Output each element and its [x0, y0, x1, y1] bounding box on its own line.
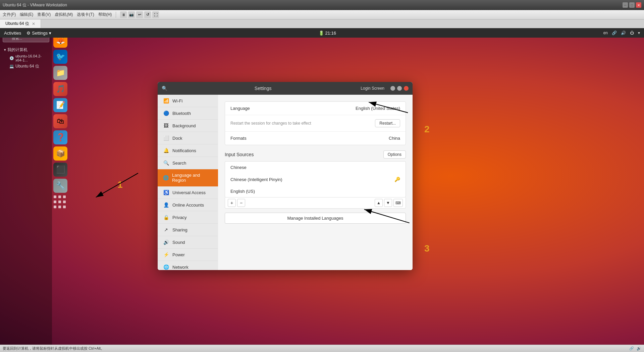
- grid-dot: [58, 195, 61, 198]
- sidebar-item-sharing[interactable]: ↗ Sharing: [158, 224, 218, 236]
- keyboard-layout-button[interactable]: ⌨: [393, 199, 403, 207]
- file-tree-item-ubuntu[interactable]: 💻 Ubuntu 64 位: [3, 63, 49, 70]
- input-source-pinyin-label: Chinese (Intelligent Pinyin): [230, 177, 394, 182]
- sidebar-label-power: Power: [172, 252, 185, 257]
- sidebar-item-dock[interactable]: ⬜ Dock: [158, 132, 218, 144]
- vm-toolbar: 文件(F) 编辑(E) 查看(V) 虚拟机(M) 选项卡(T) 帮助(H) ⏸ …: [0, 10, 644, 19]
- sidebar-item-background[interactable]: 🖼 Background: [158, 120, 218, 132]
- input-source-intelligent-pinyin[interactable]: Chinese (Intelligent Pinyin) 🔑: [225, 173, 406, 185]
- dock-rhythmbox[interactable]: 🎵: [53, 82, 67, 96]
- move-up-button[interactable]: ▲: [375, 199, 383, 207]
- accounts-icon: 👤: [163, 202, 169, 208]
- sidebar-item-language[interactable]: 🌐 Language and Region: [158, 169, 218, 186]
- restart-note: Restart the session for changes to take …: [230, 121, 375, 126]
- dock-thunderbird[interactable]: 🐦: [53, 50, 67, 64]
- vm-close-button[interactable]: ✕: [636, 2, 641, 8]
- settings-minimize-button[interactable]: [390, 86, 395, 91]
- sidebar-item-universal-access[interactable]: ♿ Universal Access: [158, 186, 218, 199]
- login-screen-button[interactable]: Login Screen: [359, 85, 386, 91]
- remove-input-source-button[interactable]: −: [237, 199, 245, 207]
- settings-search-icon[interactable]: 🔍: [162, 86, 167, 91]
- sidebar-item-bluetooth[interactable]: 🔵 Bluetooth: [158, 107, 218, 120]
- vm-menu-edit[interactable]: 编辑(E): [20, 12, 33, 17]
- input-source-chinese[interactable]: Chinese: [225, 161, 406, 173]
- input-source-english[interactable]: English (US): [225, 185, 406, 197]
- vm-menu-vm[interactable]: 虚拟机(M): [55, 12, 73, 17]
- dock-settings[interactable]: 🔧: [53, 179, 67, 193]
- vm-menu-file[interactable]: 文件(F): [3, 12, 16, 17]
- pinyin-settings-icon[interactable]: 🔑: [394, 177, 400, 182]
- sidebar-item-notifications[interactable]: 🔔 Notifications: [158, 144, 218, 157]
- sidebar-item-power[interactable]: ⚡ Power: [158, 249, 218, 261]
- vm-revert-icon[interactable]: ↩: [136, 11, 143, 18]
- power-icon: ⚡: [163, 252, 169, 257]
- dock-help[interactable]: ❓: [53, 130, 67, 144]
- dock-amazon[interactable]: 📦: [53, 146, 67, 161]
- manage-languages-button[interactable]: Manage Installed Languages: [225, 213, 406, 224]
- annotation-1: 1: [117, 179, 123, 190]
- settings-close-button[interactable]: [404, 86, 409, 91]
- vm-title: Ubuntu 64 位 - VMware Workstation: [3, 2, 620, 8]
- file-tree-item-computer[interactable]: ▾ 我的计算机: [3, 46, 49, 53]
- sound-icon: 🔊: [163, 239, 169, 245]
- dock-terminal[interactable]: ⬛: [53, 163, 67, 177]
- application-dock: 🦊 🐦 📁 🎵 📝 🛍 ❓ 📦 ⬛ 🔧: [52, 28, 69, 345]
- add-input-source-button[interactable]: +: [228, 199, 236, 207]
- vm-menu-help[interactable]: 帮助(H): [98, 12, 112, 17]
- settings-window-controls: [390, 86, 409, 91]
- keyboard-icon: ⌨: [395, 201, 401, 205]
- computer-label: 我的计算机: [7, 47, 28, 53]
- dock-files[interactable]: 📁: [53, 66, 67, 80]
- vm-fullscreen-icon[interactable]: ⛶: [152, 11, 159, 18]
- language-label: Language: [230, 106, 356, 111]
- ubuntu-tab[interactable]: Ubuntu 64 位 ✕: [0, 19, 41, 28]
- sidebar-item-wifi[interactable]: 📶 Wi-Fi: [158, 95, 218, 107]
- dock-show-apps[interactable]: [53, 195, 67, 209]
- vm-pause-icon[interactable]: ⏸: [120, 11, 127, 18]
- computer-icon: ▾: [4, 48, 6, 52]
- accessibility-icon: ♿: [163, 190, 169, 195]
- vm-minimize-button[interactable]: ─: [623, 2, 628, 8]
- grid-dot: [58, 206, 61, 208]
- input-sources-header: Input Sources Options: [225, 150, 406, 159]
- vm-titlebar: Ubuntu 64 位 - VMware Workstation ─ □ ✕: [0, 0, 644, 10]
- sidebar-item-privacy[interactable]: 🔒 Privacy: [158, 211, 218, 224]
- settings-menu-chevron: ▾: [49, 31, 51, 36]
- annotation-3: 3: [424, 243, 430, 254]
- vm-snapshot-icon[interactable]: 📷: [128, 11, 135, 18]
- dock-writer[interactable]: 📝: [53, 98, 67, 112]
- restart-button[interactable]: Restart...: [375, 119, 400, 127]
- vm-audio-icon: 🔊: [637, 346, 641, 351]
- power-indicator-icon: ⏻: [630, 31, 634, 35]
- formats-row: Formats China: [225, 132, 406, 145]
- file-tree-item-iso[interactable]: 💿 ubuntu-16.04.2-x64-1...: [3, 53, 49, 63]
- settings-maximize-button[interactable]: [397, 86, 402, 91]
- language-card: Language English (United States) Restart…: [225, 101, 406, 145]
- dock-icon-sidebar: ⬜: [163, 135, 169, 141]
- iso-label: ubuntu-16.04.2-x64-1...: [15, 54, 48, 62]
- dock-appstore[interactable]: 🛍: [53, 114, 67, 128]
- sidebar-item-online-accounts[interactable]: 👤 Online Accounts: [158, 199, 218, 211]
- vm-restore-button[interactable]: □: [629, 2, 635, 8]
- topbar-right-indicators: en 🔗 🔊 ⏻ ▾: [603, 31, 640, 35]
- activities-button[interactable]: Activities: [4, 31, 21, 36]
- sidebar-item-network[interactable]: 🌐 Network: [158, 261, 218, 270]
- svg-line-0: [96, 173, 138, 197]
- language-indicator[interactable]: en: [603, 31, 608, 35]
- options-button[interactable]: Options: [383, 150, 406, 159]
- sidebar-label-language: Language and Region: [172, 173, 213, 183]
- vm-restore-icon[interactable]: ↺: [144, 11, 151, 18]
- vm-menu-tab[interactable]: 选项卡(T): [77, 12, 94, 17]
- settings-content: Language English (United States) Restart…: [218, 95, 413, 270]
- sharing-icon: ↗: [163, 227, 169, 232]
- tab-close-icon[interactable]: ✕: [32, 21, 35, 26]
- move-down-button[interactable]: ▼: [384, 199, 392, 207]
- vm-menu-view[interactable]: 查看(V): [37, 12, 51, 17]
- language-row: Language English (United States): [225, 102, 406, 115]
- settings-menu[interactable]: ⚙ Settings ▾: [26, 31, 51, 36]
- formats-label: Formats: [230, 136, 389, 141]
- restart-row: Restart the session for changes to take …: [225, 115, 406, 132]
- formats-value: China: [389, 136, 400, 141]
- sidebar-item-sound[interactable]: 🔊 Sound: [158, 236, 218, 249]
- sidebar-item-search[interactable]: 🔍 Search: [158, 157, 218, 169]
